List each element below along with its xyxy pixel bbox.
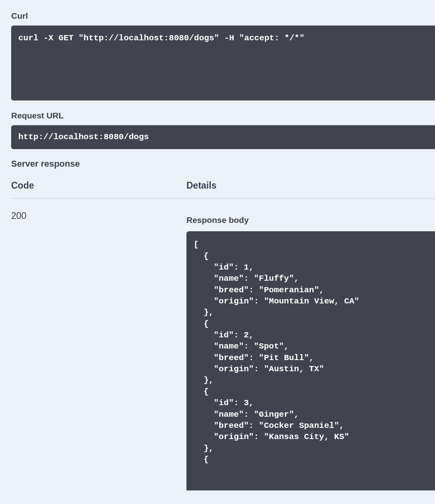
status-code-cell: 200 — [11, 211, 186, 490]
response-table-header: Code Details — [11, 180, 435, 199]
request-url-heading: Request URL — [11, 111, 435, 120]
server-response-heading: Server response — [11, 159, 435, 169]
response-body-label: Response body — [186, 215, 435, 225]
curl-command-box[interactable]: curl -X GET "http://localhost:8080/dogs"… — [11, 26, 435, 100]
response-table: Code Details 200 Response body [ { "id":… — [11, 180, 435, 490]
column-header-code: Code — [11, 180, 186, 191]
response-body-box[interactable]: [ { "id": 1, "name": "Fluffy", "breed": … — [186, 231, 435, 490]
details-cell: Response body [ { "id": 1, "name": "Fluf… — [186, 211, 435, 490]
column-header-details: Details — [186, 180, 435, 191]
curl-heading: Curl — [11, 11, 435, 21]
response-row: 200 Response body [ { "id": 1, "name": "… — [11, 199, 435, 490]
request-url-box[interactable]: http://localhost:8080/dogs — [11, 125, 435, 149]
api-response-panel: Curl curl -X GET "http://localhost:8080/… — [0, 0, 435, 490]
status-code: 200 — [11, 211, 26, 221]
